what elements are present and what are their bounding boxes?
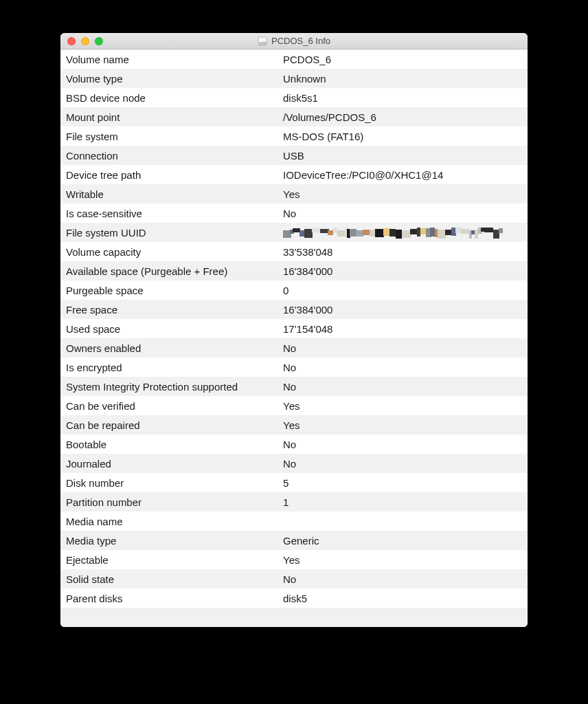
property-label: Owners enabled (60, 342, 280, 354)
table-row: Purgeable space0 (60, 280, 528, 300)
table-row: Volume capacity33'538'048 (60, 242, 528, 261)
table-row: Solid stateNo (60, 569, 528, 588)
property-value: 5 (280, 477, 528, 489)
svg-rect-37 (475, 230, 478, 239)
svg-rect-36 (471, 230, 475, 234)
info-table: Volume namePCDOS_6Volume typeUnknownBSD … (60, 50, 528, 627)
property-value: Yes (280, 188, 528, 200)
property-value: 1 (280, 496, 528, 508)
property-label: Available space (Purgeable + Free) (60, 265, 280, 277)
property-value: USB (280, 150, 528, 162)
property-value: 0 (280, 285, 528, 296)
property-value: No (280, 381, 528, 393)
property-label: Mount point (60, 111, 280, 123)
svg-rect-7 (304, 229, 313, 238)
property-value: PCDOS_6 (280, 54, 528, 65)
svg-rect-17 (363, 230, 370, 235)
traffic-lights (60, 37, 103, 45)
svg-rect-32 (451, 228, 456, 236)
svg-rect-15 (350, 229, 357, 236)
table-row: Can be verifiedYes (60, 396, 528, 415)
property-label: Can be verified (60, 400, 280, 412)
svg-rect-40 (484, 228, 493, 232)
property-value: MS-DOS (FAT16) (280, 131, 528, 142)
property-value: 16'384'000 (280, 304, 528, 316)
property-label: Disk number (60, 477, 280, 489)
table-row: Media name (60, 512, 528, 531)
disk-icon (258, 36, 267, 46)
table-row: WritableYes (60, 184, 528, 204)
property-label: BSD device node (60, 92, 280, 104)
property-value: No (280, 208, 528, 219)
property-label: Connection (60, 150, 280, 162)
svg-rect-34 (461, 229, 469, 234)
property-value: Yes (280, 554, 528, 566)
svg-rect-31 (445, 230, 452, 235)
property-value: 16'384'000 (280, 265, 528, 277)
property-value: Generic (280, 535, 528, 547)
property-label: Journaled (60, 458, 280, 470)
redacted-value (283, 228, 503, 239)
table-row: Available space (Purgeable + Free)16'384… (60, 261, 528, 280)
property-value: No (280, 573, 528, 585)
svg-rect-41 (493, 230, 499, 239)
svg-rect-42 (499, 228, 503, 233)
svg-rect-24 (410, 229, 418, 234)
table-row: Parent disksdisk5 (60, 588, 528, 608)
svg-rect-6 (299, 230, 305, 236)
property-value: 33'538'048 (280, 246, 528, 258)
svg-rect-0 (258, 37, 267, 45)
property-value: Yes (280, 400, 528, 412)
svg-rect-25 (417, 228, 420, 236)
svg-rect-18 (370, 230, 376, 236)
property-label: Partition number (60, 496, 280, 508)
table-row: Partition number1 (60, 492, 528, 512)
property-label: Solid state (60, 573, 280, 585)
svg-rect-5 (293, 228, 300, 232)
table-row: Volume typeUnknown (60, 69, 528, 88)
svg-point-2 (264, 43, 265, 43)
svg-rect-19 (375, 229, 384, 237)
window-title: PCDOS_6 Info (271, 36, 330, 46)
info-window: PCDOS_6 Info Volume namePCDOS_6Volume ty… (60, 33, 528, 627)
svg-rect-22 (396, 230, 402, 239)
property-label: Used space (60, 323, 280, 335)
table-row: Disk number5 (60, 473, 528, 492)
minimize-button[interactable] (81, 37, 89, 45)
property-value: Unknown (280, 73, 528, 85)
table-row: File system UUID (60, 223, 528, 242)
property-label: Volume capacity (60, 246, 280, 258)
property-label: Volume name (60, 54, 280, 65)
title-bar[interactable]: PCDOS_6 Info (60, 33, 528, 50)
table-row: Is case-sensitiveNo (60, 204, 528, 223)
property-label: Free space (60, 304, 280, 316)
property-label: Media name (60, 516, 280, 527)
table-row: BootableNo (60, 434, 528, 454)
property-label: Volume type (60, 73, 280, 85)
maximize-button[interactable] (95, 37, 103, 45)
property-label: Ejectable (60, 554, 280, 566)
property-label: Device tree path (60, 169, 280, 181)
close-button[interactable] (67, 37, 76, 45)
property-label: Media type (60, 535, 280, 547)
svg-rect-10 (328, 230, 333, 235)
property-value: No (280, 362, 528, 373)
svg-rect-11 (333, 228, 337, 233)
property-label: Is case-sensitive (60, 208, 280, 219)
table-row: Used space17'154'048 (60, 319, 528, 338)
table-row: Free space16'384'000 (60, 300, 528, 319)
property-value: IODeviceTree:/PCI0@0/XHC1@14 (280, 169, 528, 181)
svg-rect-28 (430, 228, 435, 236)
property-label: Parent disks (60, 593, 280, 604)
property-value: 17'154'048 (280, 323, 528, 335)
table-row: EjectableYes (60, 550, 528, 569)
property-value (280, 226, 528, 239)
svg-rect-8 (312, 228, 320, 232)
svg-rect-23 (402, 230, 411, 238)
svg-rect-16 (356, 230, 363, 236)
table-row: ConnectionUSB (60, 146, 528, 165)
table-row: Volume namePCDOS_6 (60, 50, 528, 69)
table-row: Owners enabledNo (60, 338, 528, 358)
property-value: No (280, 342, 528, 354)
property-label: File system UUID (60, 227, 280, 239)
